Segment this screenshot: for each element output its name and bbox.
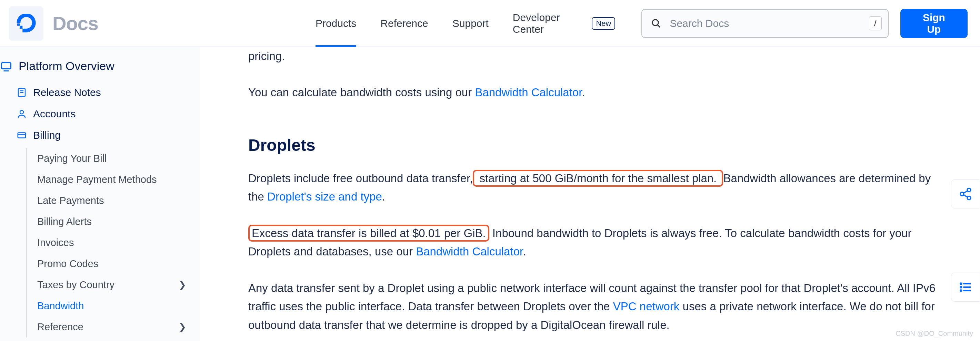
droplets-p3: Any data transfer sent by a Droplet usin… — [248, 279, 939, 334]
header: Docs Products Reference Support Develope… — [0, 0, 980, 47]
sidebar-sub-label: Reference — [37, 321, 83, 333]
sidebar-sub-label: Invoices — [37, 237, 74, 249]
chevron-right-icon: ❯ — [179, 280, 186, 290]
svg-rect-5 — [2, 62, 11, 69]
sidebar-item-release-notes[interactable]: Release Notes — [17, 82, 200, 103]
sidebar-sub-taxes[interactable]: Taxes by Country❯ — [37, 274, 200, 295]
sidebar-sub-paying[interactable]: Paying Your Bill — [37, 148, 200, 169]
list-icon — [959, 280, 972, 294]
sidebar-sub-promo-codes[interactable]: Promo Codes — [37, 253, 200, 274]
period: . — [523, 245, 526, 258]
svg-rect-1 — [20, 25, 22, 28]
bandwidth-calculator-link-2[interactable]: Bandwidth Calculator — [416, 245, 523, 258]
period: . — [582, 86, 585, 99]
sidebar-item-label: Accounts — [33, 108, 76, 120]
period: . — [382, 190, 385, 203]
sidebar-sub-bandwidth[interactable]: Bandwidth — [37, 295, 200, 317]
highlight-box-1: starting at 500 GiB/month for the smalle… — [473, 170, 723, 187]
watermark: CSDN @DO_Community — [896, 330, 973, 338]
search-wrap[interactable]: / — [641, 9, 889, 38]
sidebar-item-accounts[interactable]: Accounts — [17, 103, 200, 124]
droplets-p1-a: Droplets include free outbound data tran… — [248, 172, 473, 185]
bandwidth-calculator-link[interactable]: Bandwidth Calculator — [475, 86, 582, 99]
sidebar-sub-label: Taxes by Country — [37, 279, 115, 291]
sidebar-sub-manage-payment[interactable]: Manage Payment Methods — [37, 169, 200, 190]
sidebar-sub-label: Manage Payment Methods — [37, 174, 157, 185]
chevron-right-icon: ❯ — [179, 322, 186, 332]
sidebar-top-label: Platform Overview — [19, 59, 115, 73]
svg-point-3 — [652, 19, 659, 25]
sidebar-item-label: Billing — [33, 129, 61, 141]
sidebar-sub-label: Bandwidth — [37, 300, 84, 312]
svg-point-13 — [967, 188, 971, 191]
droplets-p1: Droplets include free outbound data tran… — [248, 169, 939, 206]
sidebar-item-billing[interactable]: Billing — [17, 124, 200, 146]
highlight-box-2: Excess data transfer is billed at $0.01 … — [248, 225, 489, 242]
content: pricing. You can calculate bandwidth cos… — [248, 47, 939, 334]
search-kbd: / — [869, 16, 882, 30]
search-input[interactable] — [670, 18, 869, 29]
billing-icon — [17, 130, 27, 140]
accounts-icon — [17, 109, 27, 119]
share-icon — [959, 187, 972, 201]
svg-rect-2 — [17, 23, 20, 25]
new-badge: New — [592, 17, 615, 30]
nav-support[interactable]: Support — [452, 1, 488, 46]
sidebar-item-label: Release Notes — [33, 87, 101, 98]
search-icon — [651, 18, 661, 29]
droplets-p2: Excess data transfer is billed at $0.01 … — [248, 224, 939, 261]
main-content: pricing. You can calculate bandwidth cos… — [200, 47, 980, 341]
sidebar-top[interactable]: Platform Overview — [0, 59, 200, 82]
sidebar-sub-label: Promo Codes — [37, 258, 98, 269]
vpc-network-link[interactable]: VPC network — [613, 300, 680, 313]
share-button[interactable] — [951, 180, 980, 209]
platform-icon — [0, 60, 13, 72]
release-notes-icon — [17, 87, 27, 98]
sidebar-sub-label: Late Payments — [37, 195, 104, 206]
svg-line-17 — [963, 195, 967, 198]
toc-button[interactable] — [951, 272, 980, 302]
nav-developer-center-label: Developer Center — [513, 12, 588, 35]
sidebar-sub-label: Paying Your Bill — [37, 153, 107, 164]
nav-reference[interactable]: Reference — [380, 1, 428, 46]
sidebar: Platform Overview Release Notes Accounts… — [0, 47, 200, 341]
digitalocean-logo-icon — [17, 14, 36, 33]
logo-wrap: Docs — [9, 6, 98, 41]
svg-rect-0 — [22, 28, 26, 32]
logo-box[interactable] — [9, 6, 43, 41]
top-nav: Products Reference Support Developer Cen… — [315, 1, 615, 46]
droplet-size-type-link[interactable]: Droplet's size and type — [267, 190, 382, 203]
svg-point-15 — [967, 196, 971, 200]
nav-developer-center[interactable]: Developer Center New — [513, 12, 616, 35]
sidebar-section: Release Notes Accounts Billing Paying Yo… — [0, 82, 200, 338]
sidebar-sub-reference[interactable]: Reference❯ — [37, 317, 200, 338]
nav-products[interactable]: Products — [315, 1, 356, 46]
sidebar-sub-invoices[interactable]: Invoices — [37, 232, 200, 253]
calc-intro: You can calculate bandwidth costs using … — [248, 86, 475, 99]
svg-rect-11 — [18, 133, 26, 138]
body-wrap: Platform Overview Release Notes Accounts… — [0, 47, 980, 341]
svg-line-16 — [963, 191, 967, 193]
svg-point-10 — [20, 110, 24, 114]
docs-title[interactable]: Docs — [52, 12, 98, 35]
svg-point-21 — [960, 283, 961, 284]
svg-line-4 — [658, 24, 660, 27]
sidebar-billing-children: Paying Your Bill Manage Payment Methods … — [26, 148, 200, 338]
sidebar-sub-late-payments[interactable]: Late Payments — [37, 190, 200, 211]
sidebar-sub-label: Billing Alerts — [37, 216, 92, 228]
pricing-tail: pricing. — [248, 47, 939, 65]
calc-paragraph: You can calculate bandwidth costs using … — [248, 83, 939, 102]
heading-droplets: Droplets — [248, 135, 939, 155]
svg-point-23 — [960, 290, 961, 291]
sidebar-sub-billing-alerts[interactable]: Billing Alerts — [37, 211, 200, 232]
svg-point-14 — [960, 192, 964, 196]
signup-button[interactable]: Sign Up — [900, 9, 967, 38]
svg-point-22 — [960, 287, 961, 287]
